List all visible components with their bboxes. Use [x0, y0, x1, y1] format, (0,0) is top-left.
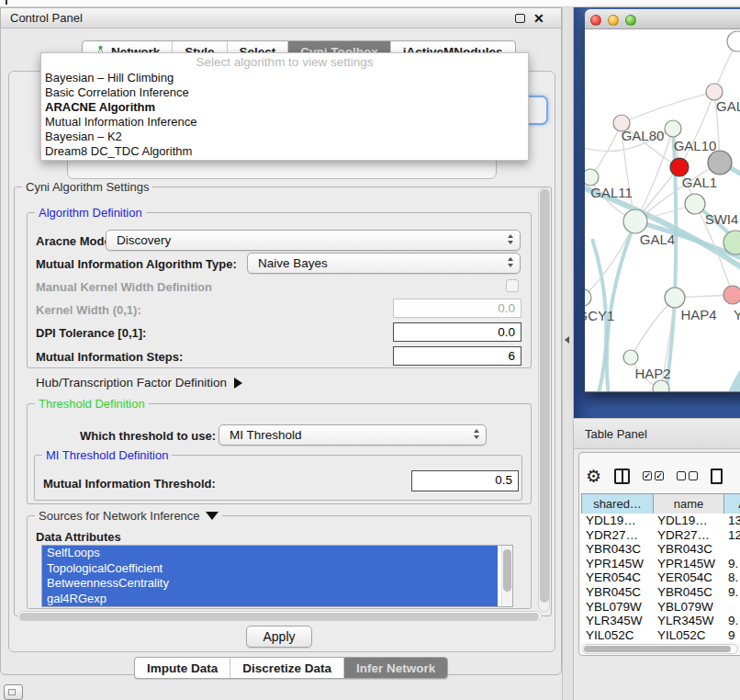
dpi-tolerance-field[interactable]: 0.0	[393, 322, 521, 342]
sources-title[interactable]: Sources for Network Inference	[35, 509, 222, 523]
network-edge[interactable]	[607, 221, 635, 391]
table-cell: 9.	[723, 585, 740, 600]
deselect-all-icon[interactable]	[677, 471, 698, 480]
network-node-label-gal80: GAL80	[622, 128, 665, 143]
apply-button[interactable]: Apply	[246, 626, 312, 648]
attribute-item-gal4rgexp[interactable]: gal4RGexp	[42, 592, 498, 607]
tab-infer-network[interactable]: Infer Network	[343, 658, 447, 678]
table-row[interactable]: YLR345WYLR345W9.	[581, 614, 740, 628]
select-all-icon[interactable]: ✓ ✓	[643, 471, 664, 480]
column-header-shared[interactable]: shared…	[582, 494, 654, 514]
float-window-icon[interactable]	[515, 14, 525, 23]
network-node[interactable]	[653, 380, 669, 391]
gear-icon[interactable]: ⚙	[586, 468, 601, 485]
window-minimize-traffic-light[interactable]	[608, 15, 619, 26]
table-row[interactable]: YBR045CYBR045C9.	[581, 585, 740, 600]
combo-stepper-icon	[474, 429, 479, 439]
table-row[interactable]: YIL052CYIL052C9	[581, 628, 740, 642]
table-cell: YBR043C	[653, 542, 723, 557]
network-edge[interactable]	[661, 389, 724, 391]
table-row[interactable]: YDR27…YDR27…12	[581, 528, 740, 543]
network-node-label-gal11: GAL11	[590, 185, 633, 200]
algorithm-dropdown: Select algorithm to view settings Bayesi…	[40, 52, 529, 161]
table-cell: YBL079W	[653, 600, 723, 615]
top-toolbar-strip	[0, 0, 740, 7]
algorithm-option-aracne-algorithm[interactable]: ARACNE Algorithm	[41, 100, 528, 115]
network-node-label-swi4: SWI4	[705, 211, 739, 227]
tab-discretize-data[interactable]: Discretize Data	[230, 658, 343, 678]
algorithm-option-bayesian-k2[interactable]: Bayesian – K2	[41, 130, 528, 144]
settings-vertical-scrollbar-thumb[interactable]	[540, 189, 549, 603]
network-node[interactable]	[623, 350, 638, 365]
column-header-a[interactable]: A	[724, 494, 740, 514]
network-canvas[interactable]: GAL80GAL10GALGAL11GAL1SWI4GAL4GCY1HAP4YH…	[585, 29, 740, 391]
network-edge[interactable]	[723, 356, 740, 391]
table-row[interactable]: YBR043CYBR043C	[581, 542, 740, 557]
network-node[interactable]	[665, 288, 685, 308]
network-node-label-gal1: GAL1	[682, 175, 717, 190]
table-cell: YBR045C	[653, 585, 723, 600]
table-cell	[723, 542, 740, 557]
table-cell: YIL052C	[653, 628, 723, 642]
network-edge[interactable]	[679, 92, 714, 167]
network-node-label-gal: GAL	[716, 98, 740, 114]
network-node[interactable]	[585, 289, 591, 306]
table-cell: YBR045C	[581, 585, 653, 600]
panel-divider[interactable]	[562, 7, 574, 700]
settings-horizontal-scrollbar-thumb[interactable]	[19, 613, 539, 620]
network-edge[interactable]	[585, 221, 635, 298]
algorithm-option-dream8-dc-tdc-algorithm[interactable]: Dream8 DC_TDC Algorithm	[41, 144, 528, 159]
table-cell: 9	[723, 628, 740, 642]
mi-steps-field[interactable]: 6	[393, 346, 521, 366]
table-cell: YDR27…	[653, 528, 723, 543]
collapsed-panel-icon-inner	[8, 689, 16, 695]
table-row[interactable]: YER054CYER054C8.	[581, 570, 740, 585]
algorithm-option-basic-correlation-inference[interactable]: Basic Correlation Inference	[41, 85, 528, 100]
network-node[interactable]	[585, 169, 599, 186]
mi-type-combo[interactable]: Naive Bayes	[247, 253, 521, 274]
which-threshold-combo[interactable]: MI Threshold	[219, 424, 487, 446]
split-columns-icon[interactable]	[614, 469, 630, 484]
network-node[interactable]	[670, 158, 689, 176]
network-node[interactable]	[685, 194, 705, 214]
mi-threshold-label: Mutual Information Threshold:	[43, 477, 216, 491]
network-node[interactable]	[723, 286, 740, 304]
mi-threshold-definition-title: MI Threshold Definition	[42, 448, 172, 462]
network-edge[interactable]	[622, 92, 714, 123]
table-cell: YBL079W	[581, 600, 653, 615]
which-threshold-value: MI Threshold	[230, 428, 302, 442]
control-panel-title: Control Panel	[10, 11, 83, 25]
algorithm-option-mutual-information-inference[interactable]: Mutual Information Inference	[41, 115, 528, 130]
network-node[interactable]	[727, 31, 740, 51]
table-cell: YBR043C	[581, 542, 653, 557]
aracne-mode-combo[interactable]: Discovery	[106, 230, 521, 251]
table-panel-titlebar: Table Panel	[574, 418, 740, 449]
divider-collapse-icon[interactable]	[565, 336, 569, 344]
table-row[interactable]: YDL19…YDL19…13	[581, 514, 740, 528]
table-row[interactable]: YPR145WYPR145W9.	[581, 557, 740, 571]
close-icon[interactable]: ✕	[533, 11, 544, 26]
table-cell: YDR27…	[581, 528, 653, 543]
algorithm-option-bayesian-hill-climbing[interactable]: Bayesian – Hill Climbing	[41, 71, 528, 85]
new-table-icon[interactable]	[711, 469, 723, 484]
column-header-name[interactable]: name	[654, 494, 724, 514]
attribute-item-selfloops[interactable]: SelfLoops	[42, 546, 498, 561]
mi-threshold-field[interactable]: 0.5	[411, 470, 519, 491]
tab-impute-data[interactable]: Impute Data	[135, 658, 230, 678]
hub-definition-expander[interactable]: Hub/Transcription Factor Definition	[36, 376, 242, 390]
network-node[interactable]	[708, 151, 732, 175]
attribute-item-betweennesscentrality[interactable]: BetweennessCentrality	[42, 576, 498, 592]
table-cell: YLR345W	[653, 614, 723, 628]
attribute-item-topologicalcoefficient[interactable]: TopologicalCoefficient	[42, 561, 498, 577]
network-edge[interactable]	[673, 129, 676, 298]
table-row[interactable]: YBL079WYBL079W	[581, 600, 740, 615]
attributes-scrollbar-thumb[interactable]	[503, 549, 511, 592]
cyni-algorithm-settings-title: Cyni Algorithm Settings	[22, 180, 152, 194]
window-close-traffic-light[interactable]	[590, 15, 601, 26]
mi-steps-label: Mutual Information Steps:	[36, 350, 183, 364]
network-node-label-hap2: HAP2	[634, 366, 670, 381]
network-node[interactable]	[665, 120, 681, 137]
network-node[interactable]	[623, 209, 647, 233]
table-horizontal-scrollbar-thumb[interactable]	[584, 646, 731, 652]
window-zoom-traffic-light[interactable]	[625, 15, 636, 26]
